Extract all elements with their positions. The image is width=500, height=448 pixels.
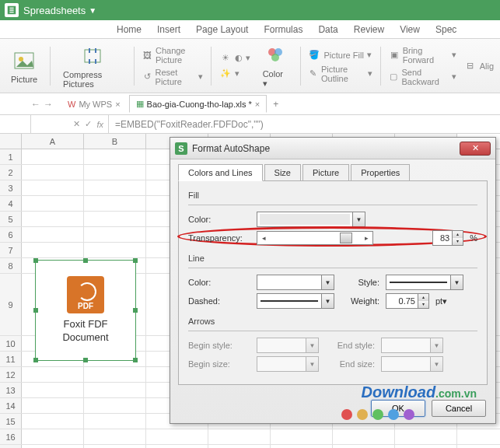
ribbon-picture-fill[interactable]: 🪣Picture Fill ▾ bbox=[308, 49, 372, 61]
transparency-input[interactable]: 83 ▴▾ bbox=[432, 230, 463, 246]
resize-handle[interactable] bbox=[83, 358, 88, 362]
menu-formulas[interactable]: Formulas bbox=[264, 24, 302, 35]
slider-thumb[interactable] bbox=[340, 233, 352, 243]
menu-review[interactable]: Review bbox=[354, 24, 384, 35]
dropdown-icon: ▼ bbox=[306, 357, 318, 371]
ribbon: Picture Compress Pictures 🖼Change Pictur… bbox=[0, 39, 500, 93]
embedded-object[interactable]: PDF Foxit FDF Document bbox=[35, 260, 136, 361]
fx-cancel-icon[interactable]: ✕ bbox=[73, 119, 80, 129]
dialog-close-button[interactable]: ✕ bbox=[460, 142, 491, 156]
name-box[interactable] bbox=[0, 115, 31, 133]
dropdown-icon[interactable]: ▼ bbox=[450, 275, 463, 289]
row-header[interactable]: 10 bbox=[0, 336, 22, 351]
tab-mywps[interactable]: W My WPS × bbox=[61, 96, 128, 113]
dropdown-icon[interactable]: ▼ bbox=[352, 212, 365, 226]
svg-rect-3 bbox=[85, 50, 100, 62]
row-header[interactable]: 17 bbox=[0, 445, 22, 448]
ribbon-brightness[interactable]: ☀◐ ▾ bbox=[219, 52, 250, 65]
compress-icon bbox=[80, 44, 105, 68]
dropdown-icon[interactable]: ▼ bbox=[321, 275, 334, 289]
resize-handle[interactable] bbox=[133, 308, 138, 313]
row-header[interactable]: 5 bbox=[0, 212, 22, 226]
nav-fwd-icon[interactable]: → bbox=[44, 99, 53, 110]
resize-handle[interactable] bbox=[33, 358, 38, 362]
row-header[interactable]: 7 bbox=[0, 243, 22, 257]
tab-close-icon[interactable]: × bbox=[115, 100, 120, 109]
spinner-up-icon[interactable]: ▴ bbox=[452, 231, 463, 238]
resize-handle[interactable] bbox=[83, 258, 88, 263]
col-header[interactable]: B bbox=[84, 134, 146, 149]
row-header[interactable]: 15 bbox=[0, 414, 22, 429]
titlebar-dropdown-icon[interactable]: ▼ bbox=[89, 6, 96, 15]
resize-handle[interactable] bbox=[33, 258, 38, 263]
row-header[interactable]: 4 bbox=[0, 196, 22, 211]
row-header[interactable]: 11 bbox=[0, 352, 22, 366]
row-header[interactable]: 16 bbox=[0, 429, 22, 444]
menu-spec[interactable]: Spec bbox=[435, 24, 456, 35]
line-color-swatch bbox=[260, 277, 319, 288]
ribbon-picture[interactable]: Picture bbox=[6, 48, 42, 84]
tab-close-icon[interactable]: × bbox=[255, 100, 260, 109]
fx-accept-icon[interactable]: ✓ bbox=[85, 119, 92, 129]
resize-handle[interactable] bbox=[133, 258, 138, 263]
resize-handle[interactable] bbox=[33, 308, 38, 313]
tab-current-file[interactable]: ▦ Bao-gia-Cuong-tho-lap.xls * × bbox=[129, 95, 267, 113]
spinner-down-icon[interactable]: ▾ bbox=[452, 238, 463, 245]
row-header[interactable]: 3 bbox=[0, 180, 22, 195]
formula-actions: ✕ ✓ fx bbox=[31, 115, 109, 133]
row-header[interactable]: 14 bbox=[0, 398, 22, 413]
slider-left-icon[interactable]: ◂ bbox=[257, 234, 270, 242]
ribbon-picture-outline[interactable]: ✎Picture Outline ▾ bbox=[308, 65, 372, 83]
tab-colors-lines[interactable]: Colors and Lines bbox=[178, 164, 263, 181]
nav-back-icon[interactable]: ← bbox=[31, 99, 40, 110]
menu-home[interactable]: Home bbox=[117, 24, 142, 35]
menu-data[interactable]: Data bbox=[318, 24, 337, 35]
ribbon-effects[interactable]: ✨ ▾ bbox=[219, 68, 250, 80]
row-header[interactable]: 2 bbox=[0, 165, 22, 180]
tab-size[interactable]: Size bbox=[264, 164, 301, 181]
tab-add-icon[interactable]: + bbox=[268, 99, 283, 110]
ribbon-compress[interactable]: Compress Pictures bbox=[58, 44, 126, 89]
fill-color-combo[interactable]: ▼ bbox=[257, 212, 365, 227]
ribbon-bring-forward[interactable]: ▣Bring Forward ▾ bbox=[389, 46, 456, 65]
line-dashed-combo[interactable]: ▼ bbox=[257, 293, 334, 309]
line-weight-input[interactable]: 0.75 ▴▾ bbox=[386, 293, 429, 309]
contrast-icon: ◐ bbox=[235, 53, 243, 63]
ribbon-change-picture[interactable]: 🖼Change Picture bbox=[142, 46, 203, 65]
row-header[interactable]: 6 bbox=[0, 227, 22, 242]
col-header[interactable]: A bbox=[22, 134, 84, 149]
menu-insert[interactable]: Insert bbox=[157, 24, 180, 35]
effects-icon: ✨ bbox=[219, 68, 232, 80]
select-all-corner[interactable] bbox=[0, 134, 22, 149]
transparency-slider[interactable]: ◂ ▸ bbox=[257, 231, 373, 245]
line-color-combo[interactable]: ▼ bbox=[257, 275, 334, 290]
row-header[interactable]: 12 bbox=[0, 367, 22, 382]
cancel-button[interactable]: Cancel bbox=[432, 400, 486, 417]
dialog-titlebar[interactable]: S Format AutoShape ✕ bbox=[170, 138, 495, 159]
ribbon-send-backward[interactable]: ▢Send Backward ▾ bbox=[389, 68, 456, 86]
tab-picture[interactable]: Picture bbox=[302, 164, 349, 181]
row-header[interactable]: 8 bbox=[0, 258, 22, 273]
slider-right-icon[interactable]: ▸ bbox=[360, 234, 372, 242]
fx-icon[interactable]: fx bbox=[96, 120, 103, 129]
slider-track[interactable] bbox=[270, 232, 360, 244]
formula-bar: ✕ ✓ fx =EMBED("FoxitReader.FDFDoc","") bbox=[0, 115, 500, 134]
line-dashed-label: Dashed: bbox=[188, 296, 250, 306]
row-header[interactable]: 9 bbox=[0, 274, 22, 335]
spinner-up-icon[interactable]: ▴ bbox=[418, 294, 428, 301]
dropdown-icon: ▼ bbox=[430, 357, 442, 371]
ribbon-color[interactable]: Color ▾ bbox=[258, 43, 292, 89]
menu-pagelayout[interactable]: Page Layout bbox=[196, 24, 248, 35]
row-header[interactable]: 1 bbox=[0, 149, 22, 164]
formula-input[interactable]: =EMBED("FoxitReader.FDFDoc","") bbox=[109, 119, 500, 130]
menu-view[interactable]: View bbox=[400, 24, 420, 35]
ribbon-reset-picture[interactable]: ↺Reset Picture ▾ bbox=[142, 68, 203, 86]
tab-properties[interactable]: Properties bbox=[351, 164, 410, 181]
line-style-combo[interactable]: ▼ bbox=[386, 275, 463, 290]
resize-handle[interactable] bbox=[133, 358, 138, 362]
dropdown-icon[interactable]: ▼ bbox=[321, 294, 334, 308]
change-picture-icon: 🖼 bbox=[142, 49, 152, 61]
ribbon-align[interactable]: ⊟Alig bbox=[464, 60, 494, 72]
row-header[interactable]: 13 bbox=[0, 383, 22, 397]
spinner-down-icon[interactable]: ▾ bbox=[418, 301, 428, 308]
